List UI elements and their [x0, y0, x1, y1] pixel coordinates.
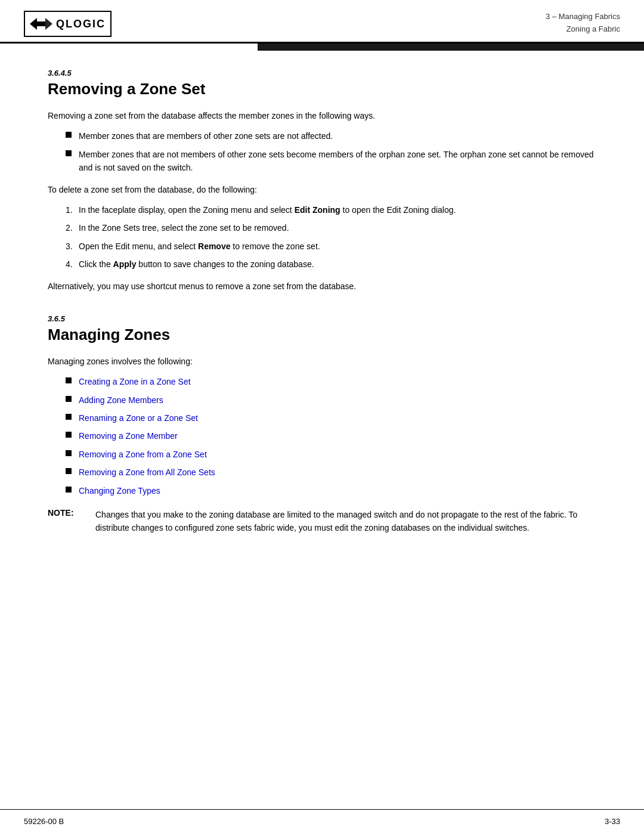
section-title-3645: Removing a Zone Set [48, 80, 596, 98]
section2-intro: Managing zones involves the following: [48, 355, 596, 368]
steps-intro: To delete a zone set from the database, … [48, 183, 596, 196]
link-bullet-7 [66, 487, 72, 493]
steps-list: 1. In the faceplate display, open the Zo… [66, 203, 596, 271]
header-accent-bar [258, 44, 644, 51]
link-item-2[interactable]: Adding Zone Members [66, 394, 596, 407]
note-text: Changes that you make to the zoning data… [95, 508, 596, 535]
header-chapter-info: 3 – Managing Fabrics Zoning a Fabric [546, 11, 620, 36]
step-1: 1. In the faceplate display, open the Zo… [66, 203, 596, 216]
qlogic-icon [30, 14, 52, 33]
section-3645: 3.6.4.5 Removing a Zone Set Removing a z… [48, 69, 596, 293]
step-4: 4. Click the Apply button to save change… [66, 258, 596, 271]
link-bullet-3 [66, 414, 72, 420]
main-content: 3.6.4.5 Removing a Zone Set Removing a z… [0, 51, 644, 809]
step-text-3: Open the Edit menu, and select Remove to… [79, 240, 320, 253]
step-num-4: 4. [66, 258, 79, 271]
page-container: QLogic Logo QLOGIC 3 – Managing Fabrics … [0, 0, 644, 833]
step-bold-1: Edit Zoning [295, 205, 340, 215]
link-bullet-6 [66, 468, 72, 474]
link-bullet-4 [66, 432, 72, 438]
bullet-icon-2 [66, 150, 72, 156]
link-adding-zone-members[interactable]: Adding Zone Members [79, 394, 163, 407]
link-creating-zone[interactable]: Creating a Zone in a Zone Set [79, 375, 191, 388]
logo-box: QLogic Logo QLOGIC [24, 11, 112, 37]
step-num-1: 1. [66, 203, 79, 216]
section-365: 3.6.5 Managing Zones Managing zones invo… [48, 314, 596, 535]
step-3: 3. Open the Edit menu, and select Remove… [66, 240, 596, 253]
step-num-3: 3. [66, 240, 79, 253]
bullet-text-1: Member zones that are members of other z… [79, 129, 333, 143]
step-num-2: 2. [66, 221, 79, 234]
link-removing-zone-from-all[interactable]: Removing a Zone from All Zone Sets [79, 466, 215, 479]
page-header: QLogic Logo QLOGIC 3 – Managing Fabrics … [0, 0, 644, 44]
link-item-6[interactable]: Removing a Zone from All Zone Sets [66, 466, 596, 479]
step-bold-4: Apply [113, 259, 137, 269]
link-bullet-1 [66, 377, 72, 383]
bullet-item-1: Member zones that are members of other z… [66, 129, 596, 143]
section-number-365: 3.6.5 [48, 314, 596, 323]
step-text-1: In the faceplate display, open the Zonin… [79, 203, 456, 216]
step-2: 2. In the Zone Sets tree, select the zon… [66, 221, 596, 234]
bullet-icon-1 [66, 132, 72, 138]
step-text-2: In the Zone Sets tree, select the zone s… [79, 221, 289, 234]
footer-left: 59226-00 B [24, 817, 64, 826]
link-removing-zone-from-set[interactable]: Removing a Zone from a Zone Set [79, 448, 207, 461]
link-item-5[interactable]: Removing a Zone from a Zone Set [66, 448, 596, 461]
page-footer: 59226-00 B 3-33 [0, 809, 644, 833]
link-removing-zone-member[interactable]: Removing a Zone Member [79, 429, 178, 442]
link-item-7[interactable]: Changing Zone Types [66, 484, 596, 497]
step-bold-3: Remove [198, 241, 230, 251]
link-bullet-5 [66, 450, 72, 456]
logo: QLogic Logo QLOGIC [24, 11, 112, 37]
footer-right: 3-33 [605, 817, 620, 826]
bullet-text-2: Member zones that are not members of oth… [79, 148, 596, 175]
section-number-3645: 3.6.4.5 [48, 69, 596, 78]
link-changing-zone-types[interactable]: Changing Zone Types [79, 484, 160, 497]
note-label: NOTE: [48, 508, 89, 518]
step-text-4: Click the Apply button to save changes t… [79, 258, 314, 271]
link-item-3[interactable]: Renaming a Zone or a Zone Set [66, 411, 596, 425]
link-item-1[interactable]: Creating a Zone in a Zone Set [66, 375, 596, 388]
section-title-365: Managing Zones [48, 326, 596, 344]
alternatively-text: Alternatively, you may use shortcut menu… [48, 280, 596, 293]
note-box: NOTE: Changes that you make to the zonin… [48, 508, 596, 535]
svg-marker-1 [37, 18, 52, 30]
bullet-item-2: Member zones that are not members of oth… [66, 148, 596, 175]
link-bullet-2 [66, 396, 72, 402]
section-intro-3645: Removing a zone set from the database af… [48, 109, 596, 122]
bullet-list-3645: Member zones that are members of other z… [66, 129, 596, 174]
link-item-4[interactable]: Removing a Zone Member [66, 429, 596, 442]
logo-wordmark: QLOGIC [56, 18, 106, 30]
link-renaming-zone[interactable]: Renaming a Zone or a Zone Set [79, 411, 198, 425]
header-sub-chapter: Zoning a Fabric [546, 23, 620, 36]
header-chapter: 3 – Managing Fabrics [546, 11, 620, 23]
links-list: Creating a Zone in a Zone Set Adding Zon… [66, 375, 596, 497]
